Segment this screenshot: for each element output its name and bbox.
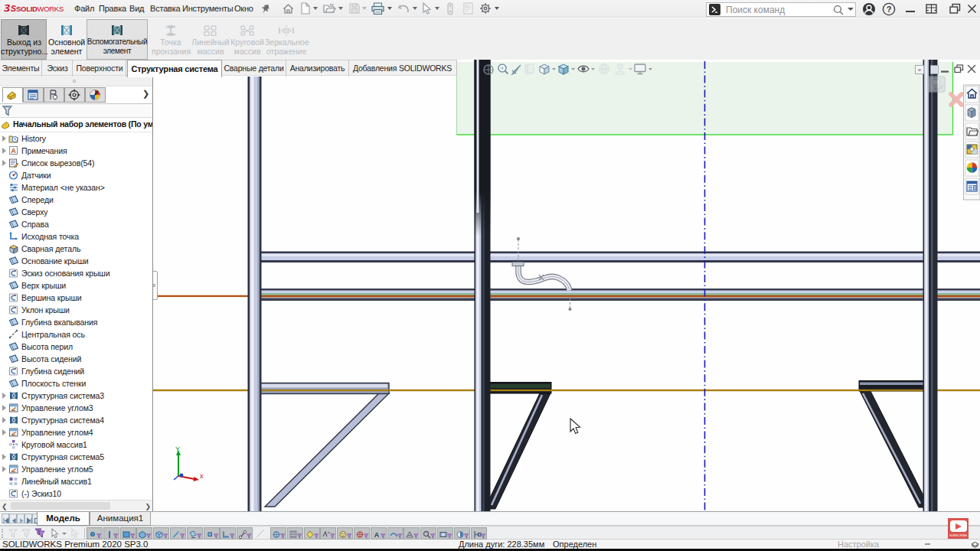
svg-text:?: ? [887, 5, 892, 14]
svg-text:A: A [374, 531, 380, 539]
svg-text:«: « [918, 67, 922, 73]
svg-text:SOLIDWORKS: SOLIDWORKS [16, 5, 64, 13]
svg-text:A: A [11, 147, 16, 155]
svg-text:Y: Y [175, 445, 180, 453]
svg-text:S: S [11, 4, 16, 13]
svg-text:x: x [200, 472, 204, 480]
